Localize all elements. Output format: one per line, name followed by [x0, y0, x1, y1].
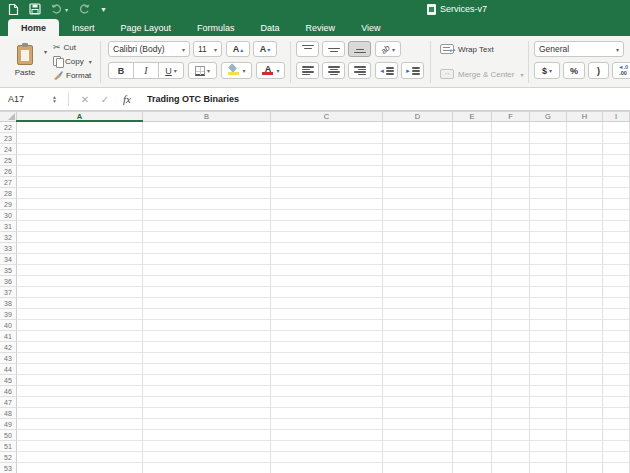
grid-cell-H40[interactable]: [567, 320, 603, 331]
row-header-46[interactable]: 46: [0, 386, 17, 397]
grid-cell-H34[interactable]: [567, 254, 603, 265]
cancel-icon[interactable]: ✕: [75, 94, 95, 105]
grid-cell-B43[interactable]: [143, 353, 271, 364]
grid-cell-E34[interactable]: [453, 254, 492, 265]
grid-cell-H47[interactable]: [567, 397, 603, 408]
grid-cell-C33[interactable]: [271, 243, 383, 254]
grid-cell-H32[interactable]: [567, 232, 603, 243]
grid-cell-I40[interactable]: [603, 320, 630, 331]
grid-cell-A53[interactable]: [17, 463, 143, 473]
grid-cell-E46[interactable]: [453, 386, 492, 397]
grid-cell-G45[interactable]: [530, 375, 567, 386]
grid-cell-I43[interactable]: [603, 353, 630, 364]
grid-cell-F36[interactable]: [492, 276, 530, 287]
grid-cell-E48[interactable]: [453, 408, 492, 419]
grid-cell-G23[interactable]: [530, 133, 567, 144]
grid-cell-F30[interactable]: [492, 210, 530, 221]
grid-cell-G22[interactable]: [530, 122, 567, 133]
decrease-indent-button[interactable]: ◄: [375, 62, 398, 79]
grid-cell-G52[interactable]: [530, 452, 567, 463]
grid-cell-G48[interactable]: [530, 408, 567, 419]
grid-cell-A22[interactable]: [17, 122, 143, 133]
grid-cell-H43[interactable]: [567, 353, 603, 364]
grid-cell-H26[interactable]: [567, 166, 603, 177]
underline-caret-icon[interactable]: ▾: [174, 67, 177, 74]
grid-cell-I53[interactable]: [603, 463, 630, 473]
align-left-button[interactable]: [296, 62, 319, 79]
align-right-button[interactable]: [348, 62, 371, 79]
insert-function-icon[interactable]: fx: [115, 93, 139, 105]
grid-cell-I30[interactable]: [603, 210, 630, 221]
grid-cell-A47[interactable]: [17, 397, 143, 408]
fill-color-caret-icon[interactable]: ▾: [242, 67, 245, 74]
grid-cell-D27[interactable]: [383, 177, 453, 188]
grid-cell-E40[interactable]: [453, 320, 492, 331]
grid-cell-G46[interactable]: [530, 386, 567, 397]
grid-cell-A41[interactable]: [17, 331, 143, 342]
grid-cell-F32[interactable]: [492, 232, 530, 243]
grid-cell-D22[interactable]: [383, 122, 453, 133]
grid-cell-F33[interactable]: [492, 243, 530, 254]
grid-cell-C31[interactable]: [271, 221, 383, 232]
row-header-52[interactable]: 52: [0, 452, 17, 463]
toolbar-options-icon[interactable]: ▼: [100, 2, 107, 16]
grid-cell-B40[interactable]: [143, 320, 271, 331]
grid-cell-F22[interactable]: [492, 122, 530, 133]
grid-cell-F39[interactable]: [492, 309, 530, 320]
grid-cell-F31[interactable]: [492, 221, 530, 232]
comma-style-button[interactable]: ): [588, 62, 609, 79]
grid-cell-B48[interactable]: [143, 408, 271, 419]
grid-cell-B26[interactable]: [143, 166, 271, 177]
grid-cell-C42[interactable]: [271, 342, 383, 353]
grid-cell-A24[interactable]: [17, 144, 143, 155]
grid-cell-G51[interactable]: [530, 441, 567, 452]
grid-cell-C49[interactable]: [271, 419, 383, 430]
column-header-B[interactable]: B: [143, 112, 271, 121]
grid-cell-E53[interactable]: [453, 463, 492, 473]
row-header-29[interactable]: 29: [0, 199, 17, 210]
grid-cell-H27[interactable]: [567, 177, 603, 188]
grid-cell-C43[interactable]: [271, 353, 383, 364]
grid-cell-E38[interactable]: [453, 298, 492, 309]
grid-cell-F46[interactable]: [492, 386, 530, 397]
grid-cell-H33[interactable]: [567, 243, 603, 254]
row-header-50[interactable]: 50: [0, 430, 17, 441]
grid-cell-B36[interactable]: [143, 276, 271, 287]
grid-cell-F45[interactable]: [492, 375, 530, 386]
row-header-43[interactable]: 43: [0, 353, 17, 364]
align-top-button[interactable]: [296, 41, 319, 57]
grid-cell-H44[interactable]: [567, 364, 603, 375]
grid-cell-E26[interactable]: [453, 166, 492, 177]
grid-cell-G37[interactable]: [530, 287, 567, 298]
grid-cell-E51[interactable]: [453, 441, 492, 452]
grid-cell-G43[interactable]: [530, 353, 567, 364]
grid-cell-A28[interactable]: [17, 188, 143, 199]
row-header-49[interactable]: 49: [0, 419, 17, 430]
grid-cell-F51[interactable]: [492, 441, 530, 452]
borders-caret-icon[interactable]: ▾: [207, 67, 210, 74]
grid-cell-E42[interactable]: [453, 342, 492, 353]
row-header-41[interactable]: 41: [0, 331, 17, 342]
grid-cell-B22[interactable]: [143, 122, 271, 133]
grid-cell-F50[interactable]: [492, 430, 530, 441]
grid-cell-H36[interactable]: [567, 276, 603, 287]
grid-cell-E41[interactable]: [453, 331, 492, 342]
row-header-25[interactable]: 25: [0, 155, 17, 166]
grid-cell-I28[interactable]: [603, 188, 630, 199]
grid-cell-D46[interactable]: [383, 386, 453, 397]
grid-cell-A51[interactable]: [17, 441, 143, 452]
tab-formulas[interactable]: Formulas: [184, 19, 248, 36]
grid-cell-F27[interactable]: [492, 177, 530, 188]
grid-cell-F48[interactable]: [492, 408, 530, 419]
grid-cell-G32[interactable]: [530, 232, 567, 243]
grid-cell-F23[interactable]: [492, 133, 530, 144]
grid-cell-B45[interactable]: [143, 375, 271, 386]
row-header-48[interactable]: 48: [0, 408, 17, 419]
grid-cell-B50[interactable]: [143, 430, 271, 441]
font-size-select[interactable]: 11 ▾: [193, 41, 222, 57]
grid-cell-H46[interactable]: [567, 386, 603, 397]
grid-cell-H42[interactable]: [567, 342, 603, 353]
font-color-caret-icon[interactable]: ▾: [276, 67, 279, 74]
row-header-36[interactable]: 36: [0, 276, 17, 287]
grid-cell-H22[interactable]: [567, 122, 603, 133]
